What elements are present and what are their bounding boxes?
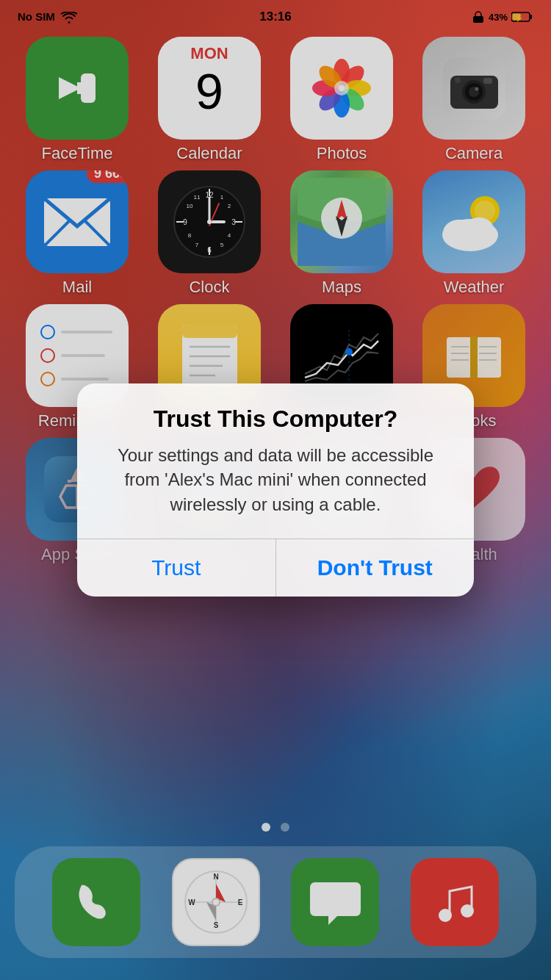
trust-dialog: Trust This Computer? Your settings and d… (77, 383, 474, 597)
dialog-buttons: Trust Don't Trust (77, 538, 474, 597)
dialog-message: Your settings and data will be accessibl… (98, 443, 453, 517)
dialog-title: Trust This Computer? (98, 406, 453, 433)
dialog-content: Trust This Computer? Your settings and d… (77, 383, 474, 532)
trust-button[interactable]: Trust (77, 539, 276, 597)
dialog-overlay: Trust This Computer? Your settings and d… (0, 0, 551, 980)
dont-trust-button[interactable]: Don't Trust (276, 539, 475, 597)
